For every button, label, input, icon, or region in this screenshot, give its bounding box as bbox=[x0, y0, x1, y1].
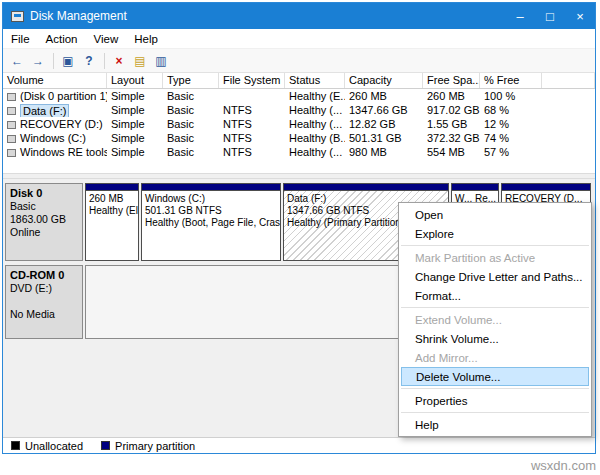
volume-name: (Disk 0 partition 1) bbox=[20, 91, 107, 103]
layout-cell: Simple bbox=[107, 90, 163, 102]
volume-icon bbox=[7, 93, 16, 101]
menu-file[interactable]: File bbox=[3, 29, 38, 48]
partition-info: 260 MB Healthy (El bbox=[86, 191, 138, 260]
legend-primary-partition: Primary partition bbox=[101, 440, 195, 452]
menu-item-change-drive-letter[interactable]: Change Drive Letter and Paths... bbox=[399, 267, 591, 286]
column-volume[interactable]: Volume bbox=[3, 73, 107, 88]
legend-unallocated: Unallocated bbox=[11, 440, 83, 452]
status-cell: Healthy (... bbox=[285, 118, 345, 130]
column-layout[interactable]: Layout bbox=[107, 73, 163, 88]
minimize-button[interactable]: – bbox=[505, 3, 535, 29]
menu-separator bbox=[401, 307, 589, 308]
delete-volume-icon[interactable]: × bbox=[109, 52, 129, 70]
menu-item-explore[interactable]: Explore bbox=[399, 224, 591, 243]
menu-item-format[interactable]: Format... bbox=[399, 286, 591, 305]
primary-partition-strip bbox=[452, 184, 498, 191]
type-cell: Basic bbox=[163, 104, 219, 116]
volume-cell: Windows RE tools bbox=[3, 145, 107, 158]
partition-info: Windows (C:) 501.31 GB NTFS Healthy (Boo… bbox=[142, 191, 280, 260]
menu-item-shrink-volume[interactable]: Shrink Volume... bbox=[399, 329, 591, 348]
menu-item-properties[interactable]: Properties bbox=[399, 391, 591, 410]
disk0-kind: Basic bbox=[10, 200, 36, 212]
menu-help[interactable]: Help bbox=[126, 29, 166, 48]
file-system-cell: NTFS bbox=[219, 118, 285, 130]
column-status[interactable]: Status bbox=[285, 73, 345, 88]
window-controls: – □ × bbox=[505, 3, 595, 29]
window-title: Disk Management bbox=[30, 9, 127, 23]
volume-name: Data (F:) bbox=[20, 104, 69, 117]
console-window-icon[interactable]: ▣ bbox=[58, 52, 78, 70]
cdrom-label[interactable]: CD-ROM 0 DVD (E:) No Media bbox=[5, 265, 83, 339]
table-row[interactable]: Windows (C:) Simple Basic NTFS Healthy (… bbox=[3, 131, 595, 145]
help-icon[interactable]: ? bbox=[79, 52, 99, 70]
titlebar[interactable]: Disk Management – □ × bbox=[3, 3, 595, 29]
file-system-cell: NTFS bbox=[219, 132, 285, 144]
pct-free-cell: 12 % bbox=[480, 118, 542, 130]
menu-view[interactable]: View bbox=[86, 29, 127, 48]
volume-icon bbox=[7, 107, 16, 115]
partition-name: Data (F:) bbox=[287, 193, 326, 204]
volume-cell: (Disk 0 partition 1) bbox=[3, 89, 107, 102]
capacity-cell: 260 MB bbox=[345, 90, 423, 102]
menubar: File Action View Help bbox=[3, 29, 595, 49]
menu-item-help[interactable]: Help bbox=[399, 415, 591, 434]
unallocated-swatch-icon bbox=[11, 441, 20, 450]
capacity-cell: 501.31 GB bbox=[345, 132, 423, 144]
disk0-label[interactable]: Disk 0 Basic 1863.00 GB Online bbox=[5, 183, 83, 261]
volume-cell: Windows (C:) bbox=[3, 131, 107, 144]
menu-item-open[interactable]: Open bbox=[399, 205, 591, 224]
column-pct-free[interactable]: % Free bbox=[480, 73, 542, 88]
partition-system[interactable]: 260 MB Healthy (El bbox=[85, 183, 139, 261]
partition-size: 1347.66 GB NTFS bbox=[287, 205, 369, 216]
type-cell: Basic bbox=[163, 90, 219, 102]
views-icon[interactable]: ▥ bbox=[151, 52, 171, 70]
menu-item-extend-volume: Extend Volume... bbox=[399, 310, 591, 329]
toolbar-separator bbox=[53, 53, 54, 69]
table-row[interactable]: Windows RE tools Simple Basic NTFS Healt… bbox=[3, 145, 595, 159]
type-cell: Basic bbox=[163, 132, 219, 144]
cdrom-name: CD-ROM 0 bbox=[10, 269, 64, 281]
disk0-name: Disk 0 bbox=[10, 187, 42, 199]
column-type[interactable]: Type bbox=[163, 73, 219, 88]
volume-name: Windows (C:) bbox=[20, 133, 86, 145]
volume-cell: RECOVERY (D:) bbox=[3, 117, 107, 130]
legend-unallocated-label: Unallocated bbox=[25, 440, 83, 452]
forward-icon[interactable]: → bbox=[28, 52, 48, 70]
layout-cell: Simple bbox=[107, 118, 163, 130]
menu-separator bbox=[401, 245, 589, 246]
cdrom-kind: DVD (E:) bbox=[10, 282, 52, 294]
menu-action[interactable]: Action bbox=[38, 29, 86, 48]
pct-free-cell: 74 % bbox=[480, 132, 542, 144]
partition-status: Healthy (Boot, Page File, Cras bbox=[145, 217, 280, 228]
table-row-selected[interactable]: Data (F:) Simple Basic NTFS Healthy (...… bbox=[3, 103, 595, 117]
file-system-cell: NTFS bbox=[219, 146, 285, 158]
primary-partition-strip bbox=[284, 184, 448, 191]
menu-item-delete-volume[interactable]: Delete Volume... bbox=[401, 367, 589, 386]
cdrom-status: No Media bbox=[10, 308, 55, 320]
partition-windows-c[interactable]: Windows (C:) 501.31 GB NTFS Healthy (Boo… bbox=[141, 183, 281, 261]
volume-cell: Data (F:) bbox=[3, 103, 107, 116]
free-space-cell: 1.55 GB bbox=[423, 118, 480, 130]
column-capacity[interactable]: Capacity bbox=[345, 73, 423, 88]
free-space-cell: 917.02 GB bbox=[423, 104, 480, 116]
volume-name: RECOVERY (D:) bbox=[20, 119, 103, 131]
column-file-system[interactable]: File System bbox=[219, 73, 285, 88]
partition-size: 260 MB bbox=[89, 193, 123, 204]
table-row[interactable]: RECOVERY (D:) Simple Basic NTFS Healthy … bbox=[3, 117, 595, 131]
back-icon[interactable]: ← bbox=[7, 52, 27, 70]
watermark: wsxdn.com bbox=[531, 458, 596, 473]
open-folder-icon[interactable]: ▤ bbox=[130, 52, 150, 70]
disk0-size: 1863.00 GB bbox=[10, 213, 66, 225]
capacity-cell: 1347.66 GB bbox=[345, 104, 423, 116]
free-space-cell: 372.32 GB bbox=[423, 132, 480, 144]
close-button[interactable]: × bbox=[565, 3, 595, 29]
volume-name: Windows RE tools bbox=[20, 147, 107, 159]
app-icon bbox=[11, 11, 24, 22]
pct-free-cell: 68 % bbox=[480, 104, 542, 116]
column-free-space[interactable]: Free Spa... bbox=[423, 73, 480, 88]
legend-primary-label: Primary partition bbox=[115, 440, 195, 452]
primary-partition-strip bbox=[502, 184, 590, 191]
table-row[interactable]: (Disk 0 partition 1) Simple Basic Health… bbox=[3, 89, 595, 103]
maximize-button[interactable]: □ bbox=[535, 3, 565, 29]
page: Disk Management – □ × File Action View H… bbox=[0, 0, 600, 475]
